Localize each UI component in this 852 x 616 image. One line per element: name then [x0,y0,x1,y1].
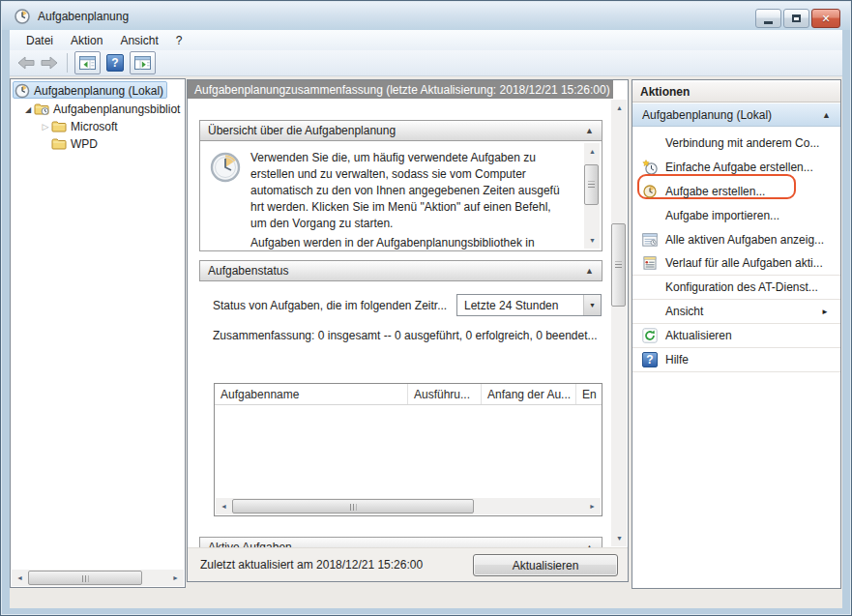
action-label: Aufgabe importieren... [665,209,779,222]
scroll-down-icon[interactable]: ▼ [584,232,601,249]
action-label: Alle aktiven Aufgaben anzeig... [665,233,824,247]
column-header-name[interactable]: Aufgabenname [215,384,408,404]
task-create-icon [642,184,658,199]
action-label: Hilfe [665,353,689,367]
scroll-right-icon[interactable]: ► [584,498,601,514]
close-button[interactable]: ✕ [811,9,840,28]
action-label: Konfiguration des AT-Dienst... [665,280,818,294]
forward-arrow-icon [41,56,58,70]
action-import-task[interactable]: Aufgabe importieren... [632,203,840,227]
help-icon: ? [111,56,118,70]
menu-datei[interactable]: Datei [17,32,62,49]
collapse-icon[interactable]: ▲ [585,266,594,276]
task-status-title: Aufgabenstatus [208,264,288,278]
action-help[interactable]: ? Hilfe [632,348,840,372]
collapse-icon[interactable]: ▲ [822,110,831,120]
console-tree-toggle-button[interactable] [74,51,101,74]
overview-vertical-scrollbar[interactable]: ▲ ▼ [584,143,600,249]
expanded-icon[interactable]: ◢ [22,105,34,114]
running-tasks-icon [642,232,658,248]
task-new-wizard-icon [642,160,658,175]
scroll-left-icon[interactable]: ◄ [216,498,232,514]
forward-button[interactable] [39,53,60,73]
collapse-icon[interactable]: ▲ [585,126,594,135]
column-header-result[interactable]: Ausführu... [408,384,482,404]
titlebar[interactable]: Aufgabenplanung ✕ [2,2,850,30]
tree-item-label: WPD [71,137,98,151]
dropdown-arrow-icon[interactable]: ▼ [583,295,601,315]
action-label: Aufgabe erstellen... [665,185,765,198]
column-header-end[interactable]: En [576,384,602,404]
scrollbar-thumb[interactable] [584,164,599,205]
task-status-section-header[interactable]: Aufgabenstatus ▲ [199,260,602,281]
menu-ansicht[interactable]: Ansicht [111,32,166,49]
actions-title-text: Aktionen [640,85,690,99]
column-header-start[interactable]: Anfang der Au... [482,384,576,404]
action-label: Verlauf für alle Aufgaben akti... [665,256,823,270]
status-filter-label: Status von Aufgaben, die im folgenden Ze… [213,299,447,312]
actions-panel-title: Aktionen [632,82,840,103]
refresh-icon [642,328,658,343]
task-scheduler-icon [15,83,30,99]
minimize-button[interactable] [755,9,781,28]
action-refresh[interactable]: Aktualisieren [632,324,840,348]
scrollbar-thumb[interactable] [611,223,626,307]
action-connect-computer[interactable]: Verbindung mit anderem Co... [632,131,840,155]
scroll-up-icon[interactable]: ▲ [584,143,601,160]
summary-header-text: Aufgabenplanungzusammenfassung (letzte A… [194,83,610,97]
window-title: Aufgabenplanung [38,10,129,23]
scrollbar-thumb[interactable] [232,499,474,513]
refresh-button[interactable]: Aktualisieren [473,554,618,576]
action-pane-toggle-button[interactable] [130,51,156,74]
tree-horizontal-scrollbar[interactable]: ◄ ► [12,570,184,586]
action-label: Einfache Aufgabe erstellen... [665,161,813,174]
menubar: Datei Aktion Ansicht ? [10,30,842,50]
action-view[interactable]: Ansicht ► [632,300,840,324]
clock-icon [210,152,241,183]
question-glyph: ? [646,353,653,367]
action-create-task[interactable]: Aufgabe erstellen... [632,179,840,203]
collapsed-icon[interactable]: ▷ [40,122,51,132]
task-library-folder-icon [34,102,49,117]
back-button[interactable] [15,53,37,73]
table-horizontal-scrollbar[interactable]: ◄ ► [216,498,601,514]
submenu-arrow-icon: ► [821,308,829,316]
window-bottom-strip [10,588,842,608]
scrollbar-thumb[interactable] [28,571,142,585]
time-range-dropdown[interactable]: Letzte 24 Stunden ▼ [456,294,602,316]
overview-paragraph: Verwenden Sie die, um häufig verwendete … [250,150,591,232]
overview-section-header[interactable]: Übersicht über die Aufgabenplanung ▲ [199,120,602,141]
main-vertical-scrollbar[interactable]: ▲ ▼ [611,100,627,546]
tree-item-library[interactable]: ◢ Aufgabenplanungsbibliot [22,101,180,118]
minimize-icon [764,21,773,24]
actions-group-header[interactable]: Aufgabenplanung (Lokal) ▲ [632,103,840,127]
scroll-left-icon[interactable]: ◄ [12,570,28,586]
menu-hilfe[interactable]: ? [167,32,191,49]
help-toolbar-button[interactable]: ? [106,54,124,72]
action-show-running-tasks[interactable]: Alle aktiven Aufgaben anzeig... [632,227,840,251]
scroll-down-icon[interactable]: ▼ [611,530,628,546]
menu-aktion[interactable]: Aktion [62,32,111,49]
summary-panel: Aufgabenplanungzusammenfassung (letzte A… [187,79,629,582]
refresh-button-label: Aktualisieren [513,559,579,572]
action-at-service-config[interactable]: Konfiguration des AT-Dienst... [632,276,840,300]
status-summary-text: Zusammenfassung: 0 insgesamt -- 0 ausgef… [213,329,598,342]
tree-item-label: Microsoft [71,120,118,133]
last-refreshed-text: Zuletzt aktualisiert am 2018/12/21 15:26… [200,558,423,572]
tree-item-microsoft[interactable]: ▷ Microsoft [40,118,118,135]
folder-icon [51,136,67,152]
scroll-up-icon[interactable]: ▲ [611,100,628,116]
tree-item-wpd[interactable]: WPD [51,135,98,153]
action-enable-history[interactable]: Verlauf für alle Aufgaben akti... [632,251,840,276]
table-header-row: Aufgabenname Ausführu... Anfang der Au..… [215,384,602,405]
summary-header: Aufgabenplanungzusammenfassung (letzte A… [188,80,613,99]
maximize-icon [792,15,801,22]
task-table: Aufgabenname Ausführu... Anfang der Au..… [214,383,602,516]
toolbar: ? [10,50,842,76]
actions-group-label: Aufgabenplanung (Lokal) [642,108,772,122]
scroll-right-icon[interactable]: ► [167,570,184,586]
tree-item-root[interactable]: Aufgabenplanung (Lokal) [15,82,163,100]
console-tree-icon [79,56,96,70]
maximize-button[interactable] [783,9,809,28]
overview-section-body: Verwenden Sie die, um häufig verwendete … [199,141,602,251]
